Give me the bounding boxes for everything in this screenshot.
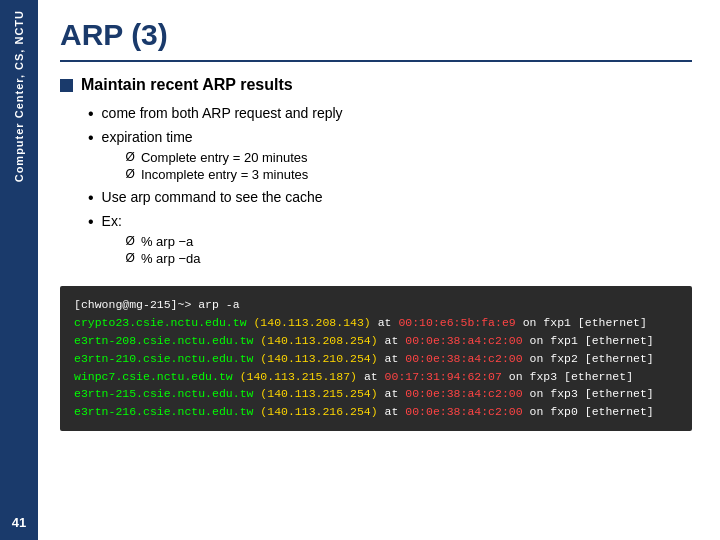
list-item: Use arp command to see the cache [88, 188, 692, 208]
sub-list-item: Incomplete entry = 3 minutes [126, 167, 309, 182]
at-1: at [385, 334, 406, 347]
sub-list-item: % arp −da [126, 251, 201, 266]
ip-3: (140.113.215.187) [240, 370, 357, 383]
ip-0: (140.113.208.143) [253, 316, 370, 329]
at-3: at [364, 370, 385, 383]
host-4: e3rtn-215.csie.nctu.edu.tw [74, 387, 253, 400]
main-content: ARP (3) Maintain recent ARP results come… [38, 0, 720, 540]
host-5: e3rtn-216.csie.nctu.edu.tw [74, 405, 253, 418]
section-title: Maintain recent ARP results [81, 76, 293, 94]
square-bullet-icon [60, 79, 73, 92]
sub-item-text: % arp −a [141, 234, 193, 249]
bullet-block: expiration time Complete entry = 20 minu… [102, 128, 309, 185]
at-0: at [378, 316, 399, 329]
sidebar: Computer Center, CS, NCTU 41 [0, 0, 38, 540]
terminal-row-1: e3rtn-208.csie.nctu.edu.tw (140.113.208.… [74, 332, 678, 350]
mac-4: 00:0e:38:a4:c2:00 [405, 387, 522, 400]
at-4: at [385, 387, 406, 400]
iface-4: on fxp3 [ethernet] [530, 387, 654, 400]
sub-list-item: Complete entry = 20 minutes [126, 150, 309, 165]
sidebar-label: Computer Center, CS, NCTU [12, 10, 26, 182]
mac-1: 00:0e:38:a4:c2:00 [405, 334, 522, 347]
ip-1: (140.113.208.254) [260, 334, 377, 347]
list-item: expiration time Complete entry = 20 minu… [88, 128, 692, 185]
sub-list: % arp −a % arp −da [102, 234, 201, 268]
terminal-row-3: winpc7.csie.nctu.edu.tw (140.113.215.187… [74, 368, 678, 386]
terminal-row-2: e3rtn-210.csie.nctu.edu.tw (140.113.210.… [74, 350, 678, 368]
iface-2: on fxp2 [ethernet] [530, 352, 654, 365]
terminal-row-4: e3rtn-215.csie.nctu.edu.tw (140.113.215.… [74, 385, 678, 403]
host-1: e3rtn-208.csie.nctu.edu.tw [74, 334, 253, 347]
sub-item-text: % arp −da [141, 251, 201, 266]
mac-5: 00:0e:38:a4:c2:00 [405, 405, 522, 418]
iface-1: on fxp1 [ethernet] [530, 334, 654, 347]
terminal-output: [chwong@mg-215]~> arp -a crypto23.csie.n… [60, 286, 692, 431]
bullet-text: come from both ARP request and reply [102, 104, 343, 124]
bullet-text: Ex: [102, 212, 201, 232]
iface-0: on fxp1 [ethernet] [523, 316, 647, 329]
terminal-command: [chwong@mg-215]~> arp -a [74, 296, 678, 314]
bullet-text: expiration time [102, 128, 309, 148]
ip-2: (140.113.210.254) [260, 352, 377, 365]
iface-3: on fxp3 [ethernet] [509, 370, 633, 383]
mac-3: 00:17:31:94:62:07 [385, 370, 502, 383]
ip-4: (140.113.215.254) [260, 387, 377, 400]
list-item: come from both ARP request and reply [88, 104, 692, 124]
host-3: winpc7.csie.nctu.edu.tw [74, 370, 240, 383]
at-2: at [385, 352, 406, 365]
sub-item-text: Complete entry = 20 minutes [141, 150, 308, 165]
terminal-row-5: e3rtn-216.csie.nctu.edu.tw (140.113.216.… [74, 403, 678, 421]
iface-5: on fxp0 [ethernet] [530, 405, 654, 418]
title-divider [60, 60, 692, 62]
mac-2: 00:0e:38:a4:c2:00 [405, 352, 522, 365]
bullet-text: Use arp command to see the cache [102, 188, 323, 208]
main-bullet-list: come from both ARP request and reply exp… [60, 104, 692, 272]
sub-list: Complete entry = 20 minutes Incomplete e… [102, 150, 309, 184]
list-item: Ex: % arp −a % arp −da [88, 212, 692, 269]
section-header: Maintain recent ARP results [60, 76, 692, 94]
host-2: e3rtn-210.csie.nctu.edu.tw [74, 352, 253, 365]
at-5: at [385, 405, 406, 418]
sub-list-item: % arp −a [126, 234, 201, 249]
page-title: ARP (3) [60, 18, 692, 52]
bullet-block: Ex: % arp −a % arp −da [102, 212, 201, 269]
mac-0: 00:10:e6:5b:fa:e9 [398, 316, 515, 329]
host-0: crypto23.csie.nctu.edu.tw [74, 316, 247, 329]
terminal-row-0: crypto23.csie.nctu.edu.tw (140.113.208.1… [74, 314, 678, 332]
page-number: 41 [12, 515, 26, 530]
terminal-cmd-text: [chwong@mg-215]~> arp -a [74, 298, 240, 311]
ip-5: (140.113.216.254) [260, 405, 377, 418]
sub-item-text: Incomplete entry = 3 minutes [141, 167, 308, 182]
